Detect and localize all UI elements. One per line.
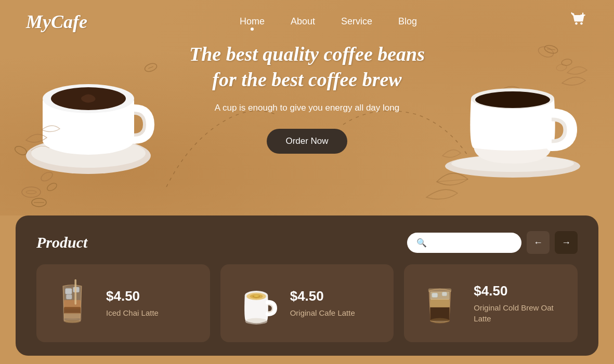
product-header: Product 🔍 ← → [36,231,578,254]
product-info-3: $4.50 Original Cold Brew Oat Latte [474,283,565,324]
svg-point-17 [32,198,46,207]
svg-point-47 [430,318,450,323]
svg-rect-27 [66,288,72,294]
svg-rect-31 [64,307,81,314]
cart-button[interactable] [569,10,588,33]
svg-rect-45 [432,293,438,297]
coffee-cup-right [432,42,598,197]
svg-line-2 [572,13,573,16]
hero-content: The best quality coffee beans for the be… [177,42,437,154]
product-info-1: $4.50 Iced Chai Latte [106,288,159,318]
svg-point-14 [475,91,550,108]
coffee-cup-left [16,47,172,192]
product-card-2[interactable]: $4.50 Original Cafe Latte [220,264,394,342]
nav-item-blog[interactable]: Blog [398,16,417,27]
product-info-2: $4.50 Original Cafe Latte [290,288,355,318]
product-section-title: Product [36,234,87,251]
prev-button[interactable]: ← [527,231,550,254]
nav-item-about[interactable]: About [291,16,315,27]
coffee-cup-right-art [432,42,588,187]
nav-links: Home About Service Blog [240,16,417,27]
product-cards: $4.50 Iced Chai Latte [36,264,578,342]
product-name-3: Original Cold Brew Oat Latte [474,302,565,324]
product-image-3 [416,275,463,332]
navbar: MyCafe Home About Service Blog [0,0,614,43]
svg-point-0 [575,22,578,25]
cold-brew-image [419,276,461,331]
svg-rect-41 [428,288,451,292]
next-button[interactable]: → [555,231,578,254]
svg-point-40 [245,318,267,324]
product-card-3[interactable]: $4.50 Original Cold Brew Oat Latte [404,264,578,342]
product-price-2: $4.50 [290,288,355,304]
svg-rect-35 [66,320,80,322]
order-now-button[interactable]: Order Now [267,129,347,154]
coffee-cup-left-art [16,47,161,182]
hero-title: The best quality coffee beans for the be… [177,42,437,93]
nav-item-service[interactable]: Service [341,16,372,27]
svg-rect-33 [74,279,76,304]
product-price-1: $4.50 [106,288,159,304]
cart-icon [569,10,588,29]
product-controls: 🔍 ← → [407,231,578,254]
product-name-2: Original Cafe Latte [290,307,355,318]
svg-point-1 [580,22,583,25]
search-bar[interactable]: 🔍 [407,233,521,253]
product-image-2 [233,275,280,332]
product-image-1 [49,275,96,332]
hero-subtitle: A cup is enough to give you energy all d… [215,101,399,115]
hero-section: MyCafe Home About Service Blog [0,0,614,215]
product-card-1[interactable]: $4.50 Iced Chai Latte [36,264,210,342]
search-input[interactable] [431,238,512,247]
search-icon: 🔍 [416,238,427,248]
product-name-1: Iced Chai Latte [106,307,159,318]
product-price-3: $4.50 [474,283,565,299]
svg-rect-46 [442,292,447,295]
product-section: Product 🔍 ← → [16,215,598,356]
brand-logo: MyCafe [26,11,87,33]
cafe-latte-image [236,276,277,331]
svg-rect-32 [64,313,81,318]
nav-item-home[interactable]: Home [240,16,265,27]
svg-rect-43 [430,299,450,307]
iced-chai-latte-image [51,276,93,331]
svg-rect-29 [66,294,72,299]
